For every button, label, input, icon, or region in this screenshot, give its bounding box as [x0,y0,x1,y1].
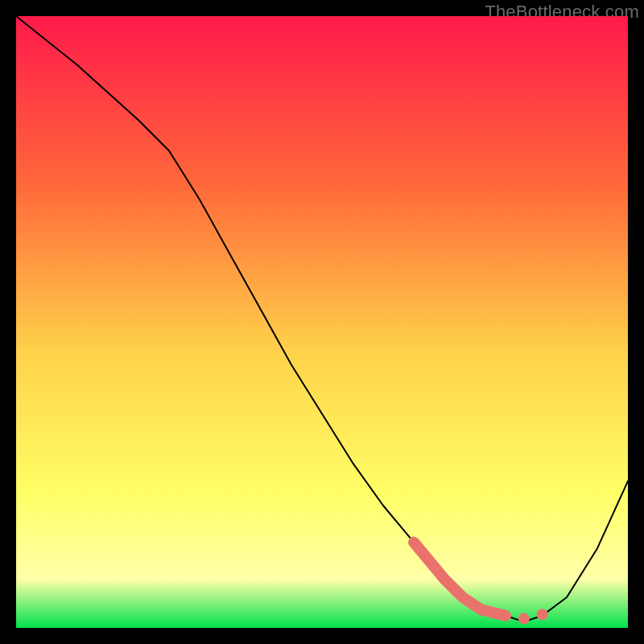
gradient-background [16,16,628,628]
chart-svg [16,16,628,628]
optimal-point-2 [537,609,548,620]
chart-frame [16,16,628,628]
optimal-point-1 [518,613,530,625]
